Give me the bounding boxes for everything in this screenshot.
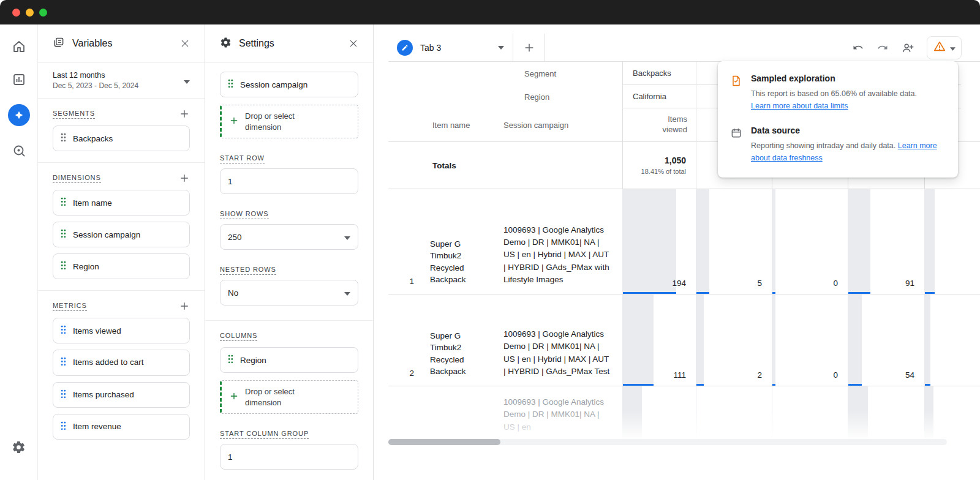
region-header-value[interactable]: California (622, 85, 696, 108)
sampled-exploration-body: This report is based on 65.06% of availa… (751, 88, 917, 100)
horizontal-scrollbar[interactable] (388, 439, 947, 445)
rows-dimension-chip[interactable]: Session campaign (220, 72, 358, 97)
dimension-chip[interactable]: Region (53, 253, 190, 279)
nested-rows-label: NESTED ROWS (220, 266, 276, 275)
chevron-down-icon (344, 288, 350, 298)
add-tab-button[interactable] (513, 34, 545, 61)
close-window-button[interactable] (12, 9, 20, 17)
tab-3[interactable]: Tab 3 (388, 34, 513, 61)
session-campaign-column-header[interactable]: Session campaign (500, 108, 622, 141)
sampled-exploration-title: Sampled exploration (751, 73, 917, 83)
date-range-primary: Last 12 months (53, 71, 138, 80)
add-dimension-button[interactable] (179, 173, 190, 184)
chip-label: Items viewed (73, 326, 121, 336)
settings-gear-icon[interactable] (10, 438, 28, 456)
plus-icon (229, 116, 239, 127)
sampled-exploration-section: Sampled exploration This report is based… (730, 73, 946, 111)
tab-menu-chevron-icon[interactable] (498, 46, 504, 50)
chip-label: Session campaign (73, 230, 140, 239)
undo-icon[interactable] (852, 42, 864, 54)
metric-cell-clipped (924, 294, 961, 386)
metrics-section-label: METRICS (53, 302, 87, 311)
segment-chip[interactable]: Backpacks (53, 126, 190, 151)
reports-icon[interactable] (10, 71, 28, 88)
show-rows-label: SHOW ROWS (220, 210, 269, 219)
item-name-column-header[interactable]: Item name (429, 108, 500, 141)
drag-handle-icon (228, 354, 233, 366)
sampling-warning-icon (933, 40, 946, 56)
date-range-selector[interactable]: Last 12 months Dec 5, 2023 - Dec 5, 2024 (38, 63, 205, 98)
metric-cell: 194 (622, 189, 696, 294)
chip-label: Item revenue (73, 422, 121, 431)
start-row-label: START ROW (220, 154, 265, 163)
app-root: Variables Last 12 months Dec 5, 2023 - D… (0, 24, 980, 480)
metric-chip[interactable]: Items purchased (53, 382, 190, 408)
close-settings-icon[interactable] (349, 39, 358, 48)
dimension-chip[interactable]: Item name (53, 190, 190, 216)
chip-label: Session campaign (240, 80, 307, 89)
redo-icon[interactable] (876, 42, 889, 54)
drag-handle-icon (61, 357, 66, 368)
sampling-popover: Sampled exploration This report is based… (718, 61, 958, 178)
columns-section-label: COLUMNS (220, 332, 257, 341)
plus-icon (229, 391, 239, 403)
minimize-window-button[interactable] (26, 9, 34, 17)
sampling-status-button[interactable] (927, 36, 962, 59)
add-metric-button[interactable] (179, 301, 190, 312)
row-number: 2 (388, 294, 429, 386)
scrollbar-thumb[interactable] (388, 439, 500, 445)
row-number: 1 (388, 189, 429, 294)
table-row[interactable]: 1 Super G Timbuk2 Recycled Backpack 1009… (388, 189, 980, 294)
table-row[interactable]: 1009693 | Google Analytics Demo | DR | M… (388, 386, 980, 439)
metric-cell: 111 (622, 294, 696, 386)
metric-cell: 54 (848, 294, 924, 386)
nested-rows-value: No (228, 288, 238, 298)
metric-cell-clipped (924, 386, 961, 439)
start-column-group-value: 1 (228, 452, 233, 462)
metric-chip[interactable]: Items viewed (53, 318, 190, 343)
columns-dimension-chip[interactable]: Region (220, 347, 358, 373)
segment-header-label: Segment (500, 62, 622, 85)
rows-drop-dimension-zone[interactable]: Drop or select dimension (220, 105, 358, 138)
drag-handle-icon (61, 389, 66, 400)
totals-percent: 18.41% of total (641, 168, 686, 175)
metric-chip[interactable]: Item revenue (53, 414, 190, 440)
chevron-down-icon (950, 42, 956, 53)
date-range-secondary: Dec 5, 2023 - Dec 5, 2024 (53, 81, 138, 90)
segment-header-value[interactable]: Backpacks (622, 62, 696, 85)
sampled-report-icon (730, 73, 742, 111)
close-variables-icon[interactable] (180, 39, 190, 48)
start-row-value: 1 (228, 177, 233, 186)
totals-value: 1,050 (665, 156, 686, 165)
start-row-input[interactable]: 1 (220, 168, 358, 194)
table-row[interactable]: 2 Super G Timbuk2 Recycled Backpack 1009… (388, 294, 980, 386)
metric-cell (696, 386, 772, 439)
add-segment-button[interactable] (179, 108, 190, 119)
edit-pencil-icon (397, 40, 413, 56)
dimension-chip[interactable]: Session campaign (53, 222, 190, 247)
variables-panel-title: Variables (72, 38, 113, 49)
metric-chip[interactable]: Items added to cart (53, 350, 190, 376)
chip-label: Region (240, 356, 266, 365)
maximize-window-button[interactable] (39, 9, 47, 17)
segments-section-label: SEGMENTS (53, 110, 95, 119)
add-collaborator-icon[interactable] (901, 41, 914, 54)
home-icon[interactable] (10, 38, 28, 55)
metric-cell: 0 (772, 294, 848, 386)
start-column-group-input[interactable]: 1 (220, 444, 358, 470)
data-source-body: Reporting showing intraday and daily dat… (751, 141, 895, 150)
metric-cell: 0 (772, 189, 848, 294)
drag-handle-icon (61, 133, 66, 144)
show-rows-value: 250 (228, 233, 242, 242)
drop-zone-label: Drop or select dimension (245, 111, 331, 132)
nested-rows-select[interactable]: No (220, 280, 358, 306)
items-viewed-column-header[interactable]: Items viewed (622, 108, 696, 141)
drag-handle-icon (61, 325, 66, 336)
metric-cell: 2 (696, 294, 772, 386)
columns-drop-dimension-zone[interactable]: Drop or select dimension (220, 380, 358, 414)
explore-icon[interactable] (8, 104, 30, 126)
advertising-icon[interactable] (10, 142, 28, 159)
data-limits-link[interactable]: Learn more about data limits (751, 102, 848, 110)
variables-icon (53, 36, 65, 51)
show-rows-select[interactable]: 250 (220, 224, 358, 250)
